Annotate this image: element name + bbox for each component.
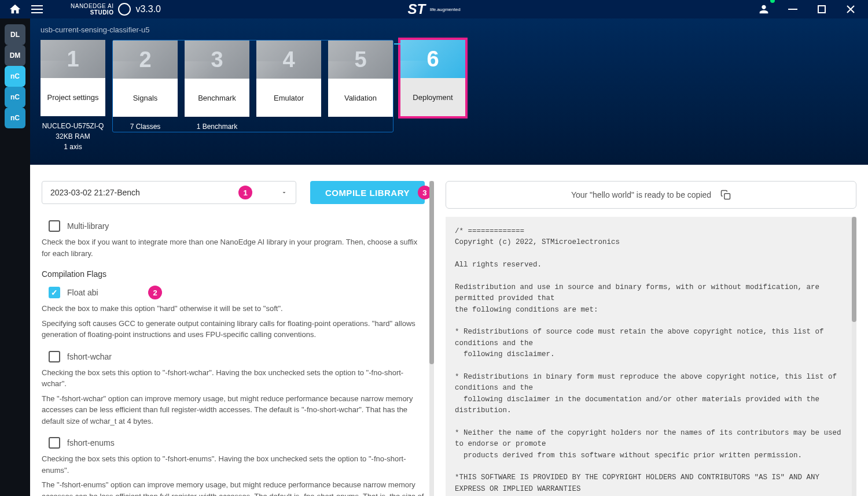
fshort-enums-help2: The "-fshort-enums" option can improve m… [42,479,425,496]
brand-sub: life.augmented [430,7,460,12]
fshort-wchar-label: fshort-wchar [67,352,112,361]
steps-row: 1Project settingsNUCLEO-U575ZI-Q32KB RAM… [41,40,858,152]
fshort-wchar-help2: The "-fshort-wchar" option can improve m… [42,393,425,427]
user-icon[interactable] [755,0,773,18]
annotation-badge-1: 1 [238,186,252,199]
copy-message: Your "hello world" is ready to be copied [571,190,711,199]
menu-icon[interactable] [30,2,44,16]
project-name: usb-current-sensing-classifier-u5 [41,23,858,40]
fshort-enums-help1: Checking the box sets this option to "-f… [42,453,425,476]
sidebar-item-3[interactable]: nC [5,87,25,108]
project-header: usb-current-sensing-classifier-u5 1Proje… [30,18,868,165]
close-button[interactable] [841,0,860,18]
minimize-button[interactable] [784,0,802,18]
step-meta: 7 Classes [130,121,161,132]
step-number: 4 [256,40,321,79]
multi-library-help: Check the box if you want to integrate m… [42,236,425,259]
titlebar-right [755,0,868,18]
multi-library-checkbox[interactable] [49,220,60,232]
top-controls: 2023-03-02 21:27-Bench COMPILE LIBRARY 3… [42,181,425,204]
fshort-enums-checkbox[interactable] [49,437,60,449]
step-meta: NUCLEO-U575ZI-Q32KB RAM1 axis [42,121,104,152]
fshort-enums-row: fshort-enums [49,437,425,449]
step-number: 2 [113,40,178,79]
main-area: DLDMnCnCnC usb-current-sensing-classifie… [0,18,868,496]
step-label: Benchmark [185,79,249,117]
benchmark-select[interactable]: 2023-03-02 21:27-Bench [42,181,296,204]
step-label: Emulator [256,79,321,117]
copy-icon[interactable] [720,190,731,200]
float-abi-help1: Check the box to make this option "hard"… [42,303,425,314]
app-name-bot: STUDIO [71,9,113,16]
step-project-settings[interactable]: 1Project settings [41,40,105,116]
brand-logo: ST life.augmented [407,1,460,17]
copy-bar: Your "hello world" is ready to be copied [446,181,856,209]
step-label: Deployment [400,78,465,116]
step-number: 5 [328,40,393,79]
step-number: 6 [400,40,465,78]
step-validation[interactable]: 5Validation [328,40,393,117]
sidebar: DLDMnCnCnC [0,18,30,496]
brand-text: ST [407,1,425,17]
multi-library-row: Multi-library [49,220,425,232]
float-abi-checkbox[interactable] [49,287,60,298]
float-abi-label: Float abi [67,288,98,297]
home-icon[interactable] [8,2,22,16]
code-box[interactable]: /* ============= Copyright (c) 2022, STM… [446,217,852,496]
svg-rect-6 [724,194,730,199]
step-benchmark[interactable]: 3Benchmark [185,40,249,117]
fshort-wchar-checkbox[interactable] [49,351,60,362]
sidebar-item-0[interactable]: DL [5,24,25,45]
svg-rect-1 [818,6,825,13]
chevron-down-icon [281,189,288,196]
app-version: v3.3.0 [135,4,161,14]
step-label: Project settings [41,78,105,116]
benchmark-value: 2023-03-02 21:27-Bench [50,188,140,197]
status-dot-icon [770,0,775,3]
annotation-badge-2: 2 [148,286,162,299]
form-column: 2023-03-02 21:27-Bench COMPILE LIBRARY 3… [42,181,429,496]
maximize-button[interactable] [812,0,831,18]
sidebar-item-1[interactable]: DM [5,45,25,66]
step-emulator[interactable]: 4Emulator [256,40,321,117]
compile-button[interactable]: COMPILE LIBRARY 3 [310,181,425,204]
float-abi-help2: Specifying soft causes GCC to generate o… [42,318,425,340]
step-group: 2Signals7 Classes3Benchmark1 Benchmark4E… [112,40,393,132]
swirl-icon [118,3,131,16]
float-abi-row: Float abi 2 [49,287,425,298]
code-column: Your "hello world" is ready to be copied… [446,181,856,496]
multi-library-label: Multi-library [67,221,109,231]
form-scrollbar[interactable] [429,181,434,496]
fshort-wchar-help1: Checking the box sets this option to "-f… [42,367,425,390]
step-label: Validation [328,79,393,117]
app-name-top: NANOEDGE AI [71,3,113,9]
code-scrollbar[interactable] [852,217,856,496]
step-label: Signals [113,79,178,117]
body-panel: 2023-03-02 21:27-Bench COMPILE LIBRARY 3… [30,165,868,496]
fshort-wchar-row: fshort-wchar [49,351,425,362]
titlebar: NANOEDGE AI STUDIO v3.3.0 ST life.augmen… [0,0,868,18]
step-signals[interactable]: 2Signals [113,40,178,117]
sidebar-item-4[interactable]: nC [5,108,25,128]
step-number: 1 [41,40,105,78]
sidebar-item-2[interactable]: nC [5,66,25,87]
fshort-enums-label: fshort-enums [67,438,115,447]
app-logo: NANOEDGE AI STUDIO v3.3.0 [71,3,161,16]
content: usb-current-sensing-classifier-u5 1Proje… [30,18,868,496]
compilation-flags-title: Compilation Flags [42,269,425,279]
svg-rect-0 [788,9,797,10]
titlebar-left: NANOEDGE AI STUDIO v3.3.0 [0,2,161,16]
step-number: 3 [185,40,249,79]
compile-label: COMPILE LIBRARY [325,188,410,198]
step-deployment[interactable]: 6Deployment [400,40,465,116]
annotation-badge-3: 3 [418,186,429,199]
step-meta: 1 Benchmark [197,121,238,132]
